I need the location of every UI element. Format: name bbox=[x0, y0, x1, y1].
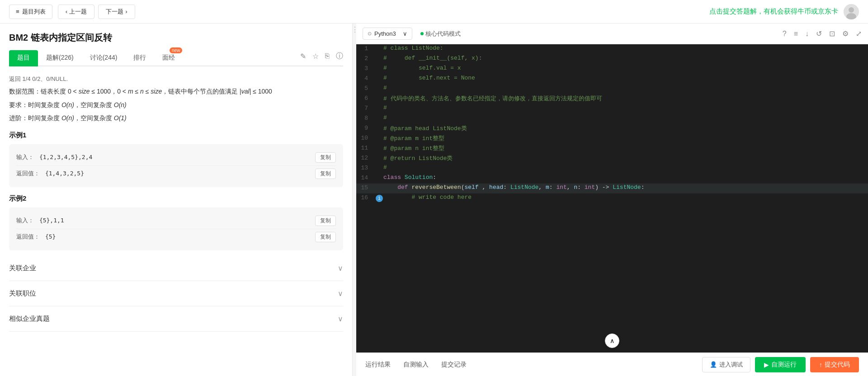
example2-box: 输入： {5},1,1 复制 返回值： {5} 复制 bbox=[9, 207, 343, 250]
submit-code-button[interactable]: ↑ 提交代码 bbox=[810, 357, 859, 372]
line-num-8: 8 bbox=[356, 114, 375, 123]
svg-point-1 bbox=[849, 7, 854, 13]
example2-input-row: 输入： {5},1,1 复制 bbox=[16, 213, 336, 229]
right-panel: ⊙ Python3 ∨ 核心代码模式 ? ≡ ↓ ↺ ⊡ ⚙ ⤢ bbox=[356, 24, 868, 376]
line-info-1 bbox=[375, 45, 383, 54]
fullscreen-icon[interactable]: ⤢ bbox=[856, 29, 862, 38]
related-positions[interactable]: 关联职位 ∨ bbox=[9, 281, 343, 306]
code-line-12: 12 # @return ListNode类 bbox=[356, 154, 868, 164]
panel-divider[interactable]: ⋮ bbox=[353, 24, 356, 376]
require: 要求：时间复杂度 O(n)，空间复杂度 O(n) bbox=[9, 99, 343, 111]
tab-run-result[interactable]: 运行结果 bbox=[365, 361, 391, 369]
line-content-9: # @param head ListNode类 bbox=[383, 124, 868, 133]
top-navigation: ≡ 题目列表 ‹ 上一题 下一题 › 点击提交答题解，有机会获得牛币或京东卡 bbox=[0, 0, 868, 24]
tab-problem[interactable]: 题目 bbox=[9, 50, 38, 66]
help-icon[interactable]: ? bbox=[783, 30, 787, 38]
example2-return: 返回值： {5} bbox=[16, 233, 56, 241]
code-line-5: 5 # bbox=[356, 84, 868, 94]
left-panel: BM2 链表内指定区间反转 题目 题解(226) 讨论(244) 排行 面经 n… bbox=[0, 24, 353, 376]
submit-label: 提交代码 bbox=[825, 361, 850, 369]
example2-copy-return[interactable]: 复制 bbox=[315, 232, 336, 242]
problem-title: BM2 链表内指定区间反转 bbox=[9, 32, 343, 44]
tab-submit-record[interactable]: 提交记录 bbox=[441, 361, 467, 369]
line-info-11 bbox=[375, 144, 383, 153]
example1-return-row: 返回值： {1,4,3,2,5} 复制 bbox=[16, 165, 336, 182]
toolbar-icons: ? ≡ ↓ ↺ ⊡ ⚙ ⤢ bbox=[783, 29, 862, 38]
example1-copy-input[interactable]: 复制 bbox=[315, 152, 336, 163]
problem-list-button[interactable]: ≡ 题目列表 bbox=[9, 5, 52, 19]
code-line-2: 2 # def __init__(self, x): bbox=[356, 54, 868, 64]
prev-label: 上一题 bbox=[69, 8, 87, 16]
bottom-tabs: 运行结果 自测输入 提交记录 bbox=[365, 361, 467, 369]
line-num-4: 4 bbox=[356, 75, 375, 84]
main-layout: BM2 链表内指定区间反转 题目 题解(226) 讨论(244) 排行 面经 n… bbox=[0, 24, 868, 376]
line-num-15: 15 bbox=[356, 184, 375, 193]
line-content-11: # @param n int整型 bbox=[383, 144, 868, 153]
refresh-icon[interactable]: ↺ bbox=[816, 29, 822, 38]
scroll-up-button[interactable]: ∧ bbox=[605, 334, 619, 348]
code-line-16: 16 i # write code here bbox=[356, 193, 868, 203]
nav-left: ≡ 题目列表 ‹ 上一题 下一题 › bbox=[9, 5, 135, 19]
tab-rank[interactable]: 排行 bbox=[125, 50, 154, 66]
line-num-5: 5 bbox=[356, 85, 375, 94]
example1-input-label: 输入： bbox=[16, 154, 34, 160]
line-num-16: 16 bbox=[356, 194, 375, 203]
line-num-7: 7 bbox=[356, 104, 375, 113]
example1-return-label: 返回值： bbox=[16, 170, 40, 177]
scroll-up-icon: ∧ bbox=[610, 337, 614, 344]
chevron-down-icon: ∨ bbox=[338, 264, 343, 273]
prev-arrow-icon: ‹ bbox=[66, 8, 67, 15]
split-icon[interactable]: ⊡ bbox=[829, 29, 835, 38]
line-content-4: # self.next = None bbox=[383, 75, 868, 84]
line-info-7 bbox=[375, 104, 383, 113]
problem-content[interactable]: 返回 1/4 0/2、0/NULL. 数据范围：链表长度 0 < size ≤ … bbox=[0, 66, 352, 376]
example1-input: 输入： {1,2,3,4,5},2,4 bbox=[16, 153, 92, 161]
star-icon[interactable]: ☆ bbox=[312, 52, 319, 61]
settings-icon[interactable]: ⚙ bbox=[842, 29, 849, 38]
run-button[interactable]: ▶ 自测运行 bbox=[755, 357, 806, 372]
tab-interview[interactable]: 面经 new bbox=[154, 50, 183, 66]
example2-return-row: 返回值： {5} 复制 bbox=[16, 229, 336, 245]
language-label: Python3 bbox=[374, 30, 396, 37]
code-toolbar: ⊙ Python3 ∨ 核心代码模式 ? ≡ ↓ ↺ ⊡ ⚙ ⤢ bbox=[356, 24, 868, 44]
line-info-13 bbox=[375, 164, 383, 173]
language-selector[interactable]: ⊙ Python3 ∨ bbox=[363, 28, 412, 40]
prev-button[interactable]: ‹ 上一题 bbox=[58, 5, 94, 19]
code-line-9: 9 # @param head ListNode类 bbox=[356, 124, 868, 134]
code-line-8: 8 # bbox=[356, 114, 868, 124]
menu-icon: ≡ bbox=[16, 8, 19, 15]
similar-problems-label: 相似企业真题 bbox=[9, 315, 50, 323]
debug-icon: 👤 bbox=[710, 361, 717, 368]
tab-solution[interactable]: 题解(226) bbox=[38, 50, 82, 66]
share-icon[interactable]: ⎘ bbox=[325, 52, 330, 60]
core-mode: 核心代码模式 bbox=[420, 30, 461, 38]
line-info-6 bbox=[375, 94, 383, 103]
core-mode-label: 核心代码模式 bbox=[425, 30, 461, 38]
bottom-bar: 运行结果 自测输入 提交记录 👤 进入调试 ▶ 自测运行 ↑ 提交代码 bbox=[356, 352, 868, 376]
list-icon[interactable]: ≡ bbox=[794, 30, 798, 38]
problem-icons: ✎ ☆ ⎘ ⓘ bbox=[300, 52, 343, 65]
related-companies[interactable]: 关联企业 ∨ bbox=[9, 256, 343, 281]
example1-input-value: {1,2,3,4,5},2,4 bbox=[39, 154, 92, 160]
code-line-1: 1 # class ListNode: bbox=[356, 44, 868, 54]
edit-icon[interactable]: ✎ bbox=[300, 52, 306, 61]
info-icon[interactable]: ⓘ bbox=[336, 52, 343, 61]
similar-problems[interactable]: 相似企业真题 ∨ bbox=[9, 306, 343, 332]
avatar[interactable] bbox=[844, 4, 859, 19]
tab-self-test[interactable]: 自测输入 bbox=[403, 361, 429, 369]
example2-copy-input[interactable]: 复制 bbox=[315, 216, 336, 226]
line-content-16: # write code here bbox=[383, 194, 868, 203]
problem-header: BM2 链表内指定区间反转 题目 题解(226) 讨论(244) 排行 面经 n… bbox=[0, 24, 352, 66]
code-line-13: 13 # bbox=[356, 164, 868, 174]
download-icon[interactable]: ↓ bbox=[805, 30, 809, 38]
code-line-10: 10 # @param m int整型 bbox=[356, 134, 868, 144]
next-button[interactable]: 下一题 › bbox=[98, 5, 135, 19]
debug-button[interactable]: 👤 进入调试 bbox=[702, 357, 750, 372]
tab-discuss[interactable]: 讨论(244) bbox=[82, 50, 126, 66]
example1-title: 示例1 bbox=[9, 131, 343, 140]
run-icon: ▶ bbox=[764, 361, 769, 368]
line-content-8: # bbox=[383, 114, 868, 123]
submit-hint[interactable]: 点击提交答题解，有机会获得牛币或京东卡 bbox=[709, 7, 838, 16]
code-editor[interactable]: 1 # class ListNode: 2 # def __init__(sel… bbox=[356, 44, 868, 352]
example1-copy-return[interactable]: 复制 bbox=[315, 169, 336, 179]
